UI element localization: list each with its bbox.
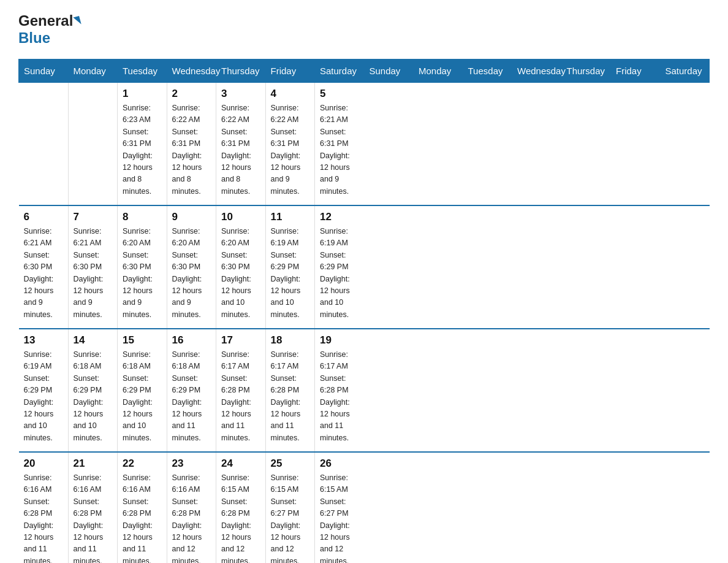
day-info: Sunrise: 6:19 AMSunset: 6:29 PMDaylight:…: [271, 226, 310, 321]
calendar-cell: 18Sunrise: 6:17 AMSunset: 6:28 PMDayligh…: [265, 329, 315, 452]
day-number: 24: [221, 458, 260, 470]
calendar-cell: 6Sunrise: 6:21 AMSunset: 6:30 PMDaylight…: [19, 205, 69, 329]
calendar-cell: [68, 83, 118, 206]
calendar-cell: 8Sunrise: 6:20 AMSunset: 6:30 PMDaylight…: [118, 205, 167, 329]
day-of-week-header: Wednesday: [167, 59, 216, 83]
calendar-cell: 19Sunrise: 6:17 AMSunset: 6:28 PMDayligh…: [315, 329, 365, 452]
day-number: 21: [74, 458, 113, 470]
calendar-cell: 4Sunrise: 6:22 AMSunset: 6:31 PMDaylight…: [265, 83, 315, 206]
calendar-cell: [19, 83, 69, 206]
day-info: Sunrise: 6:22 AMSunset: 6:31 PMDaylight:…: [271, 102, 310, 197]
day-number: 19: [320, 334, 359, 347]
day-of-week-header: Sunday: [19, 59, 69, 83]
day-info: Sunrise: 6:15 AMSunset: 6:27 PMDaylight:…: [271, 472, 310, 563]
calendar-cell: 3Sunrise: 6:22 AMSunset: 6:31 PMDaylight…: [216, 83, 266, 206]
calendar-cell: 9Sunrise: 6:20 AMSunset: 6:30 PMDaylight…: [167, 205, 216, 329]
day-info: Sunrise: 6:22 AMSunset: 6:31 PMDaylight:…: [221, 102, 260, 197]
day-info: Sunrise: 6:19 AMSunset: 6:29 PMDaylight:…: [24, 349, 63, 444]
calendar-cell: 2Sunrise: 6:22 AMSunset: 6:31 PMDaylight…: [167, 83, 216, 206]
calendar-cell: 15Sunrise: 6:18 AMSunset: 6:29 PMDayligh…: [118, 329, 167, 452]
calendar-cell: 5Sunrise: 6:21 AMSunset: 6:31 PMDaylight…: [315, 83, 365, 206]
day-number: 2: [172, 88, 211, 100]
day-info: Sunrise: 6:16 AMSunset: 6:28 PMDaylight:…: [172, 472, 211, 563]
day-info: Sunrise: 6:17 AMSunset: 6:28 PMDaylight:…: [320, 349, 359, 444]
day-info: Sunrise: 6:20 AMSunset: 6:30 PMDaylight:…: [172, 226, 211, 321]
logo-general-text: General: [18, 12, 73, 29]
day-info: Sunrise: 6:21 AMSunset: 6:31 PMDaylight:…: [320, 102, 359, 197]
logo-blue-text: Blue: [18, 29, 50, 47]
day-number: 6: [24, 211, 63, 223]
day-number: 25: [271, 458, 310, 470]
day-info: Sunrise: 6:16 AMSunset: 6:28 PMDaylight:…: [74, 472, 113, 563]
day-number: 5: [320, 88, 359, 100]
day-number: 16: [172, 334, 211, 347]
page-header: General Blue: [18, 12, 710, 47]
day-number: 11: [271, 211, 310, 223]
day-info: Sunrise: 6:17 AMSunset: 6:28 PMDaylight:…: [271, 349, 310, 444]
day-number: 14: [74, 334, 113, 347]
day-number: 4: [271, 88, 310, 100]
calendar-week-row: 6Sunrise: 6:21 AMSunset: 6:30 PMDaylight…: [19, 205, 710, 329]
day-number: 17: [221, 334, 260, 347]
day-info: Sunrise: 6:23 AMSunset: 6:31 PMDaylight:…: [123, 102, 162, 197]
logo-arrow-icon: [74, 16, 82, 26]
day-info: Sunrise: 6:19 AMSunset: 6:29 PMDaylight:…: [320, 226, 359, 321]
day-of-week-header: Thursday: [561, 59, 611, 83]
day-of-week-header: Wednesday: [512, 59, 562, 83]
day-info: Sunrise: 6:22 AMSunset: 6:31 PMDaylight:…: [172, 102, 211, 197]
day-number: 7: [74, 211, 113, 223]
day-number: 12: [320, 211, 359, 223]
calendar-cell: 7Sunrise: 6:21 AMSunset: 6:30 PMDaylight…: [68, 205, 118, 329]
day-info: Sunrise: 6:20 AMSunset: 6:30 PMDaylight:…: [123, 226, 162, 321]
calendar-cell: 17Sunrise: 6:17 AMSunset: 6:28 PMDayligh…: [216, 329, 266, 452]
calendar-cell: 13Sunrise: 6:19 AMSunset: 6:29 PMDayligh…: [19, 329, 69, 452]
day-number: 18: [271, 334, 310, 347]
day-of-week-header: Monday: [414, 59, 463, 83]
calendar-cell: 12Sunrise: 6:19 AMSunset: 6:29 PMDayligh…: [315, 205, 365, 329]
calendar-cell: 22Sunrise: 6:16 AMSunset: 6:28 PMDayligh…: [118, 452, 167, 563]
calendar-cell: 1Sunrise: 6:23 AMSunset: 6:31 PMDaylight…: [118, 83, 167, 206]
day-info: Sunrise: 6:18 AMSunset: 6:29 PMDaylight:…: [172, 349, 211, 444]
day-of-week-header: Tuesday: [118, 59, 167, 83]
day-of-week-header: Thursday: [216, 59, 266, 83]
calendar-week-row: 13Sunrise: 6:19 AMSunset: 6:29 PMDayligh…: [19, 329, 710, 452]
day-number: 3: [221, 88, 260, 100]
day-info: Sunrise: 6:15 AMSunset: 6:28 PMDaylight:…: [221, 472, 260, 563]
calendar-header-row: SundayMondayTuesdayWednesdayThursdayFrid…: [19, 59, 710, 83]
day-info: Sunrise: 6:17 AMSunset: 6:28 PMDaylight:…: [221, 349, 260, 444]
day-of-week-header: Monday: [68, 59, 118, 83]
day-of-week-header: Friday: [611, 59, 661, 83]
day-number: 9: [172, 211, 211, 223]
logo: General Blue: [18, 12, 80, 47]
calendar-cell: 16Sunrise: 6:18 AMSunset: 6:29 PMDayligh…: [167, 329, 216, 452]
day-info: Sunrise: 6:16 AMSunset: 6:28 PMDaylight:…: [24, 472, 63, 563]
day-number: 13: [24, 334, 63, 347]
calendar-cell: 10Sunrise: 6:20 AMSunset: 6:30 PMDayligh…: [216, 205, 266, 329]
day-info: Sunrise: 6:20 AMSunset: 6:30 PMDaylight:…: [221, 226, 260, 321]
day-number: 15: [123, 334, 162, 347]
calendar-cell: 26Sunrise: 6:15 AMSunset: 6:27 PMDayligh…: [315, 452, 365, 563]
calendar-week-row: 20Sunrise: 6:16 AMSunset: 6:28 PMDayligh…: [19, 452, 710, 563]
day-info: Sunrise: 6:15 AMSunset: 6:27 PMDaylight:…: [320, 472, 359, 563]
day-number: 26: [320, 458, 359, 470]
day-number: 22: [123, 458, 162, 470]
day-of-week-header: Friday: [265, 59, 315, 83]
calendar-table: SundayMondayTuesdayWednesdayThursdayFrid…: [18, 59, 710, 563]
day-of-week-header: Tuesday: [463, 59, 512, 83]
day-number: 1: [123, 88, 162, 100]
day-of-week-header: Saturday: [315, 59, 365, 83]
day-number: 23: [172, 458, 211, 470]
calendar-cell: 24Sunrise: 6:15 AMSunset: 6:28 PMDayligh…: [216, 452, 266, 563]
day-of-week-header: Sunday: [364, 59, 414, 83]
day-info: Sunrise: 6:21 AMSunset: 6:30 PMDaylight:…: [24, 226, 63, 321]
day-info: Sunrise: 6:18 AMSunset: 6:29 PMDaylight:…: [74, 349, 113, 444]
calendar-cell: 21Sunrise: 6:16 AMSunset: 6:28 PMDayligh…: [68, 452, 118, 563]
day-number: 10: [221, 211, 260, 223]
day-info: Sunrise: 6:18 AMSunset: 6:29 PMDaylight:…: [123, 349, 162, 444]
day-info: Sunrise: 6:16 AMSunset: 6:28 PMDaylight:…: [123, 472, 162, 563]
calendar-cell: 11Sunrise: 6:19 AMSunset: 6:29 PMDayligh…: [265, 205, 315, 329]
calendar-cell: 20Sunrise: 6:16 AMSunset: 6:28 PMDayligh…: [19, 452, 69, 563]
day-number: 8: [123, 211, 162, 223]
day-info: Sunrise: 6:21 AMSunset: 6:30 PMDaylight:…: [74, 226, 113, 321]
calendar-cell: 25Sunrise: 6:15 AMSunset: 6:27 PMDayligh…: [265, 452, 315, 563]
